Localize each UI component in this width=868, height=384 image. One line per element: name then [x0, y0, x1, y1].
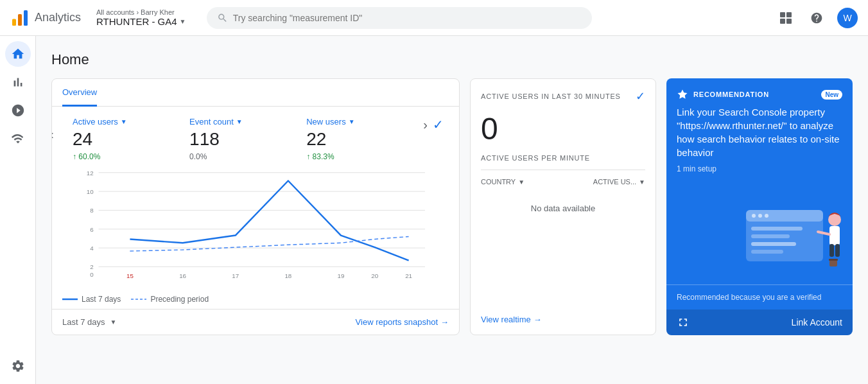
- rec-setup-time: 1 min setup: [677, 164, 842, 173]
- realtime-check-icon: ✓: [636, 89, 645, 103]
- view-realtime-arrow: →: [534, 315, 542, 324]
- realtime-footer: View realtime →: [481, 315, 645, 324]
- compass-icon: [11, 103, 25, 118]
- metrics-prev-button[interactable]: ‹: [51, 127, 54, 141]
- tab-overview[interactable]: Overview: [62, 80, 97, 107]
- svg-rect-32: [751, 234, 790, 238]
- period-label: Last 7 days: [62, 317, 105, 327]
- sidebar-item-advertising[interactable]: [5, 126, 31, 152]
- svg-text:4: 4: [90, 245, 94, 252]
- svg-rect-40: [829, 260, 837, 266]
- breadcrumb: All accounts › Barry Kher: [96, 8, 186, 16]
- help-button[interactable]: [806, 8, 827, 28]
- metric-active-users-value: 24: [73, 129, 174, 150]
- solid-line-icon: [62, 297, 78, 302]
- svg-rect-34: [751, 250, 783, 254]
- svg-text:16: 16: [179, 272, 186, 279]
- svg-text:Oct: Oct: [125, 279, 135, 279]
- top-navigation: Analytics All accounts › Barry Kher RTHU…: [0, 0, 868, 36]
- rec-label: RECOMMENDATION: [693, 91, 769, 98]
- view-realtime-link[interactable]: View realtime →: [481, 315, 645, 324]
- stats-card: Overview ‹ Active users ▼ 24 ↑ 60.0% Ev: [51, 78, 460, 335]
- realtime-count: 0: [481, 111, 645, 146]
- svg-rect-38: [829, 244, 834, 257]
- search-bar[interactable]: [207, 7, 592, 29]
- svg-text:20: 20: [371, 272, 378, 279]
- svg-point-29: [758, 214, 762, 218]
- svg-rect-2: [24, 10, 28, 26]
- property-selector[interactable]: RTHUNTER - GA4 ▼: [96, 16, 186, 27]
- metrics-check-icon: ✓: [433, 117, 444, 132]
- side-navigation: [0, 36, 36, 384]
- period-dropdown-arrow[interactable]: ▼: [110, 319, 117, 326]
- svg-text:18: 18: [284, 272, 291, 279]
- stats-card-footer: Last 7 days ▼ View reports snapshot →: [52, 309, 459, 335]
- legend-last-7-days: Last 7 days: [62, 295, 121, 304]
- new-users-dropdown[interactable]: ▼: [349, 118, 355, 125]
- search-input[interactable]: [233, 13, 582, 23]
- country-column-header[interactable]: COUNTRY ▼: [481, 178, 525, 186]
- link-account-button[interactable]: Link Account: [792, 317, 842, 327]
- active-users-dropdown[interactable]: ▼: [121, 118, 127, 125]
- svg-rect-0: [12, 19, 16, 26]
- rec-footer-text: Recommended because you are a verified: [677, 293, 842, 302]
- realtime-table-header: COUNTRY ▼ ACTIVE US... ▼: [481, 178, 645, 186]
- metric-event-count: Event count ▼ 118 0.0%: [189, 117, 291, 161]
- rec-footer: Recommended because you are a verified: [666, 284, 853, 310]
- legend-preceding: Preceding period: [131, 295, 209, 304]
- metric-new-users-value: 22: [306, 129, 408, 150]
- property-dropdown-arrow: ▼: [180, 18, 186, 25]
- page-title: Home: [51, 51, 853, 68]
- sidebar-item-home[interactable]: [5, 41, 31, 67]
- svg-text:2: 2: [90, 263, 93, 270]
- account-selector[interactable]: All accounts › Barry Kher RTHUNTER - GA4…: [96, 8, 186, 27]
- svg-rect-1: [18, 14, 22, 26]
- sidebar-item-reports[interactable]: [5, 69, 31, 95]
- app-title: Analytics: [35, 11, 81, 24]
- settings-icon: [11, 359, 25, 373]
- metric-active-users-change: ↑ 60.0%: [73, 152, 174, 161]
- metric-new-users: New users ▼ 22 ↑ 83.3%: [306, 117, 408, 161]
- svg-rect-39: [835, 244, 840, 257]
- metric-event-count-label[interactable]: Event count ▼: [189, 117, 291, 127]
- legend-dashed-label: Preceding period: [150, 295, 209, 304]
- rec-new-badge: New: [821, 90, 842, 100]
- svg-rect-27: [746, 210, 823, 222]
- cards-row: Overview ‹ Active users ▼ 24 ↑ 60.0% Ev: [51, 78, 853, 335]
- active-users-sort-arrow[interactable]: ▼: [639, 179, 645, 186]
- metrics-row: ‹ Active users ▼ 24 ↑ 60.0% Event count …: [52, 107, 459, 161]
- search-icon: [217, 12, 228, 24]
- metric-new-users-label[interactable]: New users ▼: [306, 117, 408, 127]
- realtime-subtitle: ACTIVE USERS PER MINUTE: [481, 154, 645, 162]
- sidebar-item-explore[interactable]: [5, 98, 31, 123]
- metric-active-users-label[interactable]: Active users ▼: [73, 117, 174, 127]
- expand-icon[interactable]: [677, 316, 690, 329]
- home-icon: [11, 47, 25, 61]
- avatar[interactable]: W: [837, 8, 858, 28]
- svg-point-30: [765, 214, 768, 218]
- line-chart: 12 10 8 6 4 2 0 15 Oct 16 17 18 19 20 21: [62, 166, 449, 279]
- svg-rect-41: [829, 259, 838, 261]
- chart-area: 12 10 8 6 4 2 0 15 Oct 16 17 18 19 20 21: [52, 161, 459, 290]
- metrics-next-button[interactable]: ›: [423, 118, 428, 132]
- chart-legend: Last 7 days Preceding period: [52, 290, 459, 309]
- rec-illustration: [666, 204, 853, 284]
- period-selector[interactable]: Last 7 days ▼: [62, 317, 116, 327]
- rec-header: RECOMMENDATION New: [666, 78, 853, 105]
- google-analytics-logo: [10, 8, 30, 28]
- view-reports-snapshot-link[interactable]: View reports snapshot →: [356, 317, 449, 327]
- event-count-dropdown[interactable]: ▼: [236, 118, 243, 125]
- svg-rect-36: [829, 226, 840, 245]
- realtime-divider: [481, 170, 645, 170]
- country-sort-arrow[interactable]: ▼: [518, 179, 525, 186]
- svg-rect-31: [751, 227, 803, 231]
- svg-text:0: 0: [90, 271, 94, 278]
- sidebar-item-settings[interactable]: [5, 353, 31, 379]
- bar-chart-icon: [11, 75, 25, 89]
- active-users-column-header[interactable]: ACTIVE US... ▼: [593, 178, 645, 186]
- svg-text:10: 10: [87, 188, 94, 195]
- svg-text:19: 19: [338, 272, 345, 279]
- svg-rect-33: [751, 242, 796, 246]
- dashed-line-icon: [131, 297, 146, 302]
- grid-menu-button[interactable]: [776, 8, 796, 28]
